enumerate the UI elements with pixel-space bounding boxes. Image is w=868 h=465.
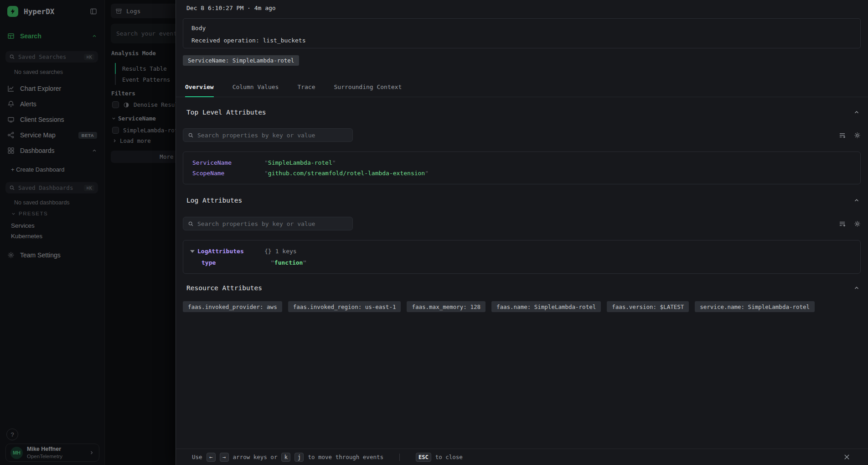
tree-root-key[interactable]: LogAttributes (197, 248, 264, 255)
log-attributes-tree-root[interactable]: LogAttributes {} 1 keys (190, 246, 851, 256)
log-attributes-panel: LogAttributes {} 1 keys type function (183, 240, 861, 274)
attribute-value[interactable]: SimpleLambda-rotel (264, 159, 336, 166)
event-body-panel[interactable]: Body Received operation: list_buckets (183, 18, 861, 48)
attribute-value[interactable]: function (271, 259, 306, 266)
log-attributes-toolbar: Search properties by key or value (183, 217, 861, 230)
body-label: Body (191, 25, 852, 32)
footer-text: Use (192, 454, 202, 460)
top-level-search-input[interactable]: Search properties by key or value (183, 128, 353, 142)
section-title: Log Attributes (186, 197, 242, 204)
section-title: Top Level Attributes (186, 109, 266, 116)
collapse-section-button[interactable] (853, 285, 860, 291)
esc-key: ESC (416, 453, 431, 462)
attribute-key[interactable]: type (202, 259, 271, 266)
footer-divider (399, 454, 400, 461)
braces-icon: {} (264, 248, 272, 255)
attribute-value[interactable]: github.com/streamfold/rotel-lambda-exten… (264, 170, 429, 177)
tree-keys-count: 1 keys (275, 248, 297, 255)
event-details-drawer: Dec 8 6:10:27 PM · 4m ago Body Received … (176, 0, 868, 465)
tab-overview[interactable]: Overview (185, 84, 214, 97)
log-attributes-header: Log Attributes (186, 196, 860, 205)
top-level-toolbar: Search properties by key or value (183, 128, 861, 142)
top-level-attributes-panel: ServiceName SimpleLambda-rotel ScopeName… (183, 152, 861, 184)
arrow-left-key: ← (207, 453, 216, 462)
k-key: k (281, 453, 290, 462)
attribute-row: ServiceName SimpleLambda-rotel (192, 157, 851, 168)
resource-tag[interactable]: faas.name: SimpleLambda-rotel (491, 301, 601, 312)
search-placeholder: Search properties by key or value (197, 220, 315, 227)
settings-gear-icon[interactable] (854, 220, 861, 227)
resource-attributes-header: Resource Attributes (186, 283, 860, 293)
resource-tag[interactable]: faas.invoked_region: us-east-1 (288, 301, 401, 312)
section-title: Resource Attributes (186, 284, 262, 292)
log-attributes-search-input[interactable]: Search properties by key or value (183, 217, 353, 230)
search-placeholder: Search properties by key or value (197, 132, 315, 139)
search-icon (188, 132, 194, 138)
drawer-tabs: Overview Column Values Trace Surrounding… (176, 80, 868, 97)
arrow-right-key: → (220, 453, 229, 462)
triangle-down-icon (190, 250, 195, 253)
attribute-row: type function (190, 257, 851, 268)
collapse-section-button[interactable] (853, 197, 860, 204)
resource-tag[interactable]: faas.max_memory: 128 (407, 301, 486, 312)
footer-text: to move through events (308, 454, 383, 460)
drawer-footer: Use ← → arrow keys or k j to move throug… (176, 449, 868, 465)
app-root: HyperDX Search Saved Searches ⌘K No save… (0, 0, 868, 465)
tab-column-values[interactable]: Column Values (232, 84, 279, 97)
resource-tag[interactable]: faas.version: $LATEST (607, 301, 689, 312)
tab-trace[interactable]: Trace (297, 84, 315, 97)
event-timestamp: Dec 8 6:10:27 PM · 4m ago (186, 5, 276, 11)
wrap-lines-icon[interactable] (839, 132, 846, 139)
attribute-key[interactable]: ScopeName (192, 170, 264, 177)
footer-text: arrow keys or (233, 454, 278, 460)
attribute-key[interactable]: ServiceName (192, 159, 264, 166)
resource-tag[interactable]: faas.invoked_provider: aws (183, 301, 282, 312)
j-key: j (294, 453, 304, 462)
close-icon[interactable] (842, 452, 852, 462)
collapse-section-button[interactable] (853, 109, 860, 115)
resource-tag[interactable]: service.name: SimpleLambda-rotel (695, 301, 815, 312)
body-value: Received operation: list_buckets (191, 37, 852, 44)
wrap-lines-icon[interactable] (839, 220, 846, 227)
tab-surrounding-context[interactable]: Surrounding Context (334, 84, 402, 97)
service-name-tag[interactable]: ServiceName: SimpleLambda-rotel (183, 55, 299, 66)
settings-gear-icon[interactable] (854, 132, 861, 139)
search-icon (188, 221, 194, 227)
footer-text: to close (435, 454, 463, 460)
resource-attributes-tags: faas.invoked_provider: aws faas.invoked_… (183, 301, 861, 312)
attribute-row: ScopeName github.com/streamfold/rotel-la… (192, 168, 851, 178)
top-level-attributes-header: Top Level Attributes (186, 108, 860, 117)
